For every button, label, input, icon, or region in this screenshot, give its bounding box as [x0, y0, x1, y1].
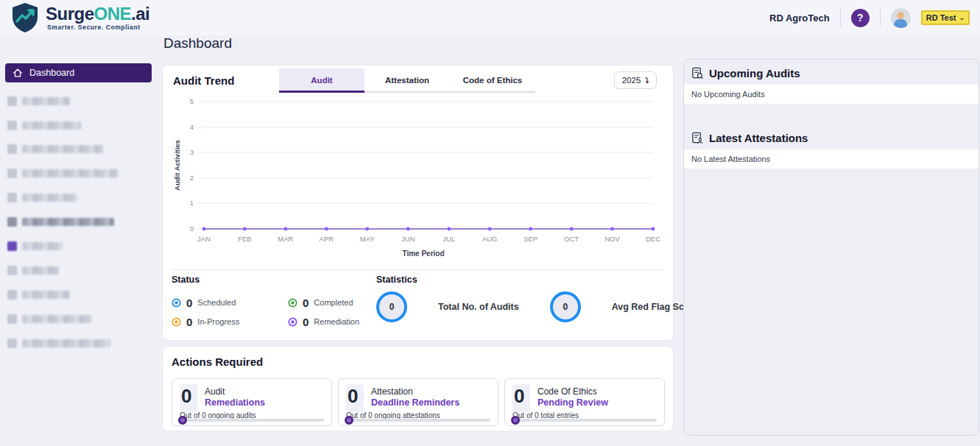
tab-audit[interactable]: Audit [279, 68, 364, 93]
status-label: In-Progress [197, 317, 239, 326]
sidebar-item-redacted-1[interactable] [7, 96, 70, 106]
status-value: 0 [303, 297, 309, 309]
help-icon[interactable]: ? [851, 9, 870, 27]
status-value: 0 [303, 316, 309, 328]
redacted-label [22, 97, 70, 105]
status-label: Remediation [314, 317, 359, 326]
sidebar-item-redacted-8[interactable] [7, 266, 59, 275]
audit-trend-card: Audit Trend AuditAttestationCode of Ethi… [162, 65, 674, 341]
redacted-label [22, 194, 77, 202]
svg-text:MAR: MAR [278, 235, 293, 243]
org-name: RD AgroTech [769, 13, 830, 24]
brand-name: SurgeONE.ai [46, 5, 149, 23]
home-icon [13, 68, 23, 78]
sidebar-item-redacted-7[interactable] [7, 241, 63, 251]
statistics-section: Statistics 0Total No. of Audits0Avg Red … [376, 275, 665, 322]
redacted-label [22, 315, 92, 323]
page-title: Dashboard [163, 35, 232, 52]
year-value: 2025 [622, 76, 641, 85]
tile-progress-track [180, 419, 324, 422]
status-label: Scheduled [197, 298, 236, 307]
redacted-icon [7, 121, 17, 130]
redacted-label [22, 169, 118, 177]
actions-required-card: Actions Required 0AuditRemediationsOut o… [162, 346, 674, 431]
redacted-icon [7, 266, 17, 275]
sidebar-item-redacted-9[interactable] [7, 290, 70, 300]
svg-text:1: 1 [190, 199, 194, 207]
tile-progress-track [346, 419, 490, 422]
statistics-heading: Statistics [376, 275, 665, 285]
stat-circle: 0 [376, 291, 407, 322]
sidebar-item-redacted-2[interactable] [7, 121, 81, 130]
status-value: 0 [186, 316, 192, 328]
status-dot-icon [288, 317, 297, 327]
tile-action-link[interactable]: Pending Review [537, 397, 608, 408]
action-tile-deadline-reminders[interactable]: 0AttestationDeadline RemindersOut of 0 o… [338, 378, 498, 426]
tile-count: 0 [514, 385, 524, 408]
header-divider [880, 9, 881, 26]
document-search-icon [691, 67, 704, 79]
trend-tabs: AuditAttestationCode of Ethics [279, 68, 535, 93]
sidebar-item-redacted-4[interactable] [7, 169, 118, 178]
chevron-down-icon: ⤵ [645, 77, 649, 85]
status-dot-icon [172, 317, 181, 327]
svg-text:Time Period: Time Period [402, 249, 444, 258]
audit-trend-chart: 012345JANFEBMARAPRMAYJUNJULAUGSEPOCTNOVD… [173, 93, 662, 275]
sidebar-item-redacted-5[interactable] [7, 193, 77, 202]
svg-text:2: 2 [190, 174, 194, 182]
redacted-icon [7, 96, 17, 106]
svg-text:MAY: MAY [360, 235, 376, 243]
svg-text:4: 4 [190, 123, 194, 131]
sidebar-item-redacted-6[interactable] [7, 217, 114, 227]
status-dot-icon [288, 298, 297, 308]
stat-circle: 0 [550, 291, 581, 322]
svg-text:FEB: FEB [238, 235, 251, 243]
user-menu-button[interactable]: RD Test ⌄ [921, 10, 970, 25]
panel-empty-state: No Latest Attestations [684, 149, 979, 169]
svg-text:APR: APR [320, 235, 334, 243]
user-name: RD Test [926, 13, 956, 22]
tile-action-link[interactable]: Remediations [205, 397, 265, 408]
panel-heading-latest-attestations: Latest Attestations [684, 124, 979, 149]
svg-text:NOV: NOV [604, 235, 620, 243]
user-avatar[interactable] [891, 8, 911, 28]
redacted-label [22, 121, 81, 130]
panel-title: Latest Attestations [709, 132, 808, 144]
header-divider [840, 9, 841, 26]
status-heading: Status [172, 275, 404, 285]
tile-category: Code Of Ethics [537, 386, 597, 397]
tile-action-link[interactable]: Deadline Reminders [371, 397, 459, 408]
tile-progress-track [512, 419, 657, 422]
svg-text:AUG: AUG [482, 235, 498, 243]
sidebar-item-dashboard[interactable]: Dashboard [5, 63, 152, 82]
tab-attestation[interactable]: Attestation [364, 68, 450, 93]
action-tile-remediations[interactable]: 0AuditRemediationsOut of 0 ongoing audit… [172, 378, 332, 426]
redacted-label [22, 145, 103, 153]
redacted-label [22, 242, 63, 250]
svg-text:5: 5 [190, 97, 194, 105]
tile-count: 0 [181, 385, 191, 408]
sidebar-item-redacted-10[interactable] [7, 314, 92, 324]
divider [172, 269, 664, 270]
svg-text:SEP: SEP [524, 235, 537, 243]
year-select[interactable]: 2025 ⤵ [614, 71, 657, 89]
panel-heading-upcoming-audits: Upcoming Audits [684, 60, 979, 85]
svg-text:JUN: JUN [401, 235, 415, 243]
right-panel: Upcoming AuditsNo Upcoming AuditsLatest … [683, 59, 979, 436]
sidebar-item-redacted-3[interactable] [7, 144, 103, 154]
stat-label: Total No. of Audits [438, 302, 519, 312]
status-item-in-progress: 0In-Progress [172, 312, 288, 331]
sidebar-item-redacted-11[interactable] [7, 339, 110, 348]
redacted-icon [7, 339, 17, 348]
redacted-label [22, 291, 70, 299]
svg-text:Audit Activities: Audit Activities [173, 140, 181, 191]
actions-required-title: Actions Required [172, 355, 263, 368]
panel-empty-state: No Upcoming Audits [684, 85, 979, 104]
action-tile-pending-review[interactable]: 0Code Of EthicsPending ReviewOut of 0 to… [504, 378, 665, 426]
redacted-icon [7, 144, 17, 154]
redacted-label [22, 339, 110, 347]
tab-code-of-ethics[interactable]: Code of Ethics [450, 68, 535, 93]
tile-count: 0 [348, 385, 358, 408]
redacted-icon [7, 193, 17, 202]
svg-text:0: 0 [190, 224, 194, 233]
